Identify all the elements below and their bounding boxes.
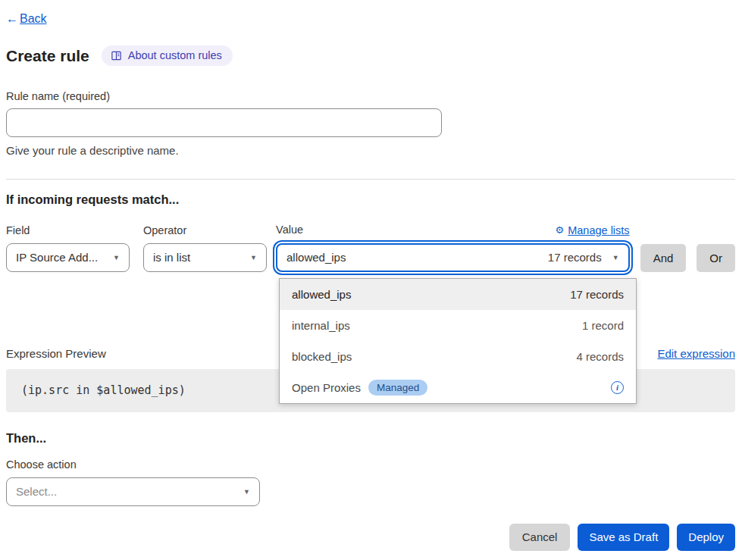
cancel-button[interactable]: Cancel [509, 524, 571, 551]
edit-expression-link[interactable]: Edit expression [657, 347, 735, 360]
chevron-down-icon: ▼ [113, 254, 120, 261]
and-button[interactable]: And [640, 244, 687, 272]
then-section: Then... Choose action Select... ▼ [6, 431, 735, 506]
field-label: Field [6, 224, 130, 236]
value-select-meta: 17 records [548, 251, 602, 264]
list-name: blocked_ips [292, 350, 352, 363]
list-name: internal_ips [292, 319, 350, 332]
about-custom-rules-label: About custom rules [128, 49, 222, 61]
rule-name-label: Rule name (required) [6, 90, 735, 102]
dropdown-item-blocked-ips[interactable]: blocked_ips 4 records [280, 341, 636, 372]
expression-code: (ip.src in $allowed_ips) [21, 383, 186, 397]
operator-select-value: is in list [153, 251, 190, 264]
gear-icon: ⚙ [556, 225, 565, 235]
action-select[interactable]: Select... ▼ [6, 477, 260, 506]
value-select[interactable]: allowed_ips 17 records ▼ allowed_ips 17 … [276, 243, 630, 272]
value-label-row: Value ⚙ Manage lists [276, 224, 630, 236]
operator-label: Operator [143, 224, 267, 236]
value-label: Value [276, 224, 303, 236]
list-record-count: 4 records [577, 350, 625, 363]
match-heading: If incoming requests match... [6, 192, 735, 207]
about-custom-rules-link[interactable]: About custom rules [102, 45, 233, 66]
managed-badge: Managed [368, 380, 427, 396]
field-select[interactable]: IP Source Add... ▼ [6, 243, 130, 272]
field-select-value: IP Source Add... [16, 251, 98, 264]
page-title: Create rule [6, 47, 89, 65]
expression-preview-label: Expression Preview [6, 347, 106, 360]
create-rule-page: ←Back Create rule About custom rules Rul… [0, 0, 742, 551]
value-dropdown-panel: allowed_ips 17 records internal_ips 1 re… [279, 278, 637, 404]
back-arrow-icon: ← [6, 12, 18, 25]
title-row: Create rule About custom rules [6, 45, 735, 66]
back-row: ←Back [6, 12, 735, 26]
list-name: Open Proxies [292, 381, 361, 394]
book-icon [111, 50, 122, 61]
then-heading: Then... [6, 431, 735, 446]
dropdown-item-allowed-ips[interactable]: allowed_ips 17 records [280, 279, 636, 310]
manage-lists-link[interactable]: ⚙ Manage lists [556, 224, 630, 236]
rule-name-input[interactable] [6, 108, 442, 137]
list-record-count: 17 records [570, 288, 624, 301]
dropdown-item-open-proxies[interactable]: Open Proxies Managed i [280, 372, 636, 403]
section-divider [6, 179, 735, 180]
list-name-wrap: Open Proxies Managed [292, 380, 427, 396]
operator-select[interactable]: is in list ▼ [143, 243, 267, 272]
rule-name-helper: Give your rule a descriptive name. [6, 144, 735, 157]
operator-column: Operator is in list ▼ [143, 224, 267, 272]
save-as-draft-button[interactable]: Save as Draft [578, 524, 669, 551]
list-record-count: 1 record [582, 319, 624, 332]
chevron-down-icon: ▼ [243, 488, 250, 496]
deploy-button[interactable]: Deploy [677, 524, 735, 551]
footer-actions: Cancel Save as Draft Deploy [6, 524, 735, 551]
list-name: allowed_ips [292, 288, 351, 301]
value-column: Value ⚙ Manage lists allowed_ips 17 reco… [276, 224, 630, 272]
info-icon[interactable]: i [611, 381, 624, 394]
value-select-value: allowed_ips [286, 251, 346, 264]
chevron-down-icon: ▼ [612, 254, 619, 261]
manage-lists-label: Manage lists [568, 224, 629, 236]
match-section: If incoming requests match... Field IP S… [6, 192, 735, 272]
choose-action-label: Choose action [6, 458, 735, 471]
back-link[interactable]: Back [20, 12, 47, 25]
action-select-placeholder: Select... [16, 485, 57, 498]
dropdown-item-internal-ips[interactable]: internal_ips 1 record [280, 310, 636, 341]
chevron-down-icon: ▼ [250, 254, 257, 261]
rule-name-section: Rule name (required) Give your rule a de… [6, 90, 735, 157]
field-column: Field IP Source Add... ▼ [6, 224, 130, 272]
match-row: Field IP Source Add... ▼ Operator is in … [6, 224, 735, 272]
or-button[interactable]: Or [697, 244, 735, 272]
